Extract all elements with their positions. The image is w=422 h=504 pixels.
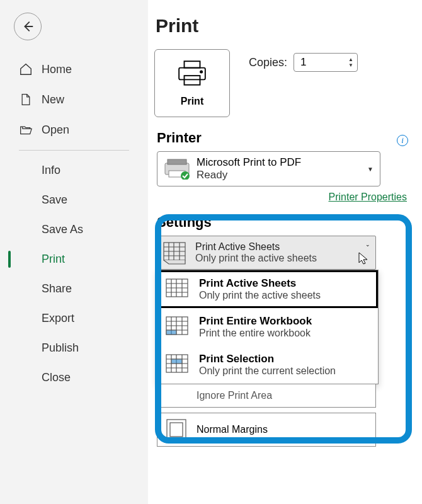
- back-button[interactable]: [14, 13, 42, 40]
- sidebar-label: Export: [42, 312, 74, 325]
- sidebar-label: Close: [42, 371, 71, 384]
- svg-rect-15: [170, 423, 183, 437]
- chevron-down-icon: ▼: [367, 166, 374, 173]
- sidebar-item-home[interactable]: Home: [0, 54, 148, 84]
- dropdown-title: Print Active Sheets: [195, 241, 370, 253]
- sidebar-item-print[interactable]: Print: [0, 244, 148, 274]
- chevron-down-icon: ⌄: [365, 241, 370, 248]
- sidebar-label: Home: [42, 63, 72, 76]
- sidebar-label: Publish: [42, 341, 79, 355]
- option-print-entire-workbook[interactable]: Print Entire WorkbookPrint the entire wo…: [157, 308, 378, 346]
- back-arrow-icon: [21, 20, 35, 33]
- sidebar-item-open[interactable]: Open: [0, 115, 148, 145]
- sidebar-label: Save: [42, 193, 67, 207]
- printer-icon: [176, 59, 208, 88]
- svg-point-3: [200, 71, 202, 72]
- printer-device-icon: [164, 158, 190, 180]
- print-button-label: Print: [181, 96, 203, 107]
- margins-label: Normal Margins: [197, 424, 268, 435]
- sidebar-label: Open: [42, 123, 69, 137]
- settings-section-header: Settings: [157, 214, 416, 231]
- sidebar-item-info[interactable]: Info: [0, 156, 148, 185]
- sheet-grid-icon: [163, 240, 188, 265]
- sidebar-item-save-as[interactable]: Save As: [0, 215, 148, 244]
- copies-input[interactable]: 1 ▲▼: [294, 53, 358, 72]
- print-what-dropdown[interactable]: Print Active Sheets Only print the activ…: [157, 236, 376, 270]
- option-title: Print Active Sheets: [199, 277, 321, 290]
- document-icon: [19, 93, 33, 106]
- printer-status: Ready: [197, 169, 361, 181]
- sidebar-item-export[interactable]: Export: [0, 304, 148, 333]
- main-panel: Print Print Copies: 1 ▲▼ Printer: [148, 0, 422, 504]
- copies-value: 1: [300, 56, 306, 69]
- sidebar-item-publish[interactable]: Publish: [0, 333, 148, 363]
- printer-name: Microsoft Print to PDF: [197, 156, 361, 169]
- workbook-grid-icon: [165, 314, 190, 340]
- cursor-icon: [358, 251, 369, 265]
- printer-selector[interactable]: Microsoft Print to PDF Ready ▼: [157, 151, 380, 186]
- home-icon: [19, 62, 33, 76]
- option-title: Print Entire Workbook: [199, 315, 312, 328]
- margins-selector[interactable]: Normal Margins: [157, 413, 376, 447]
- option-print-selection[interactable]: Print SelectionOnly print the current se…: [157, 346, 378, 384]
- selection-grid-icon: [165, 352, 190, 377]
- sidebar-item-new[interactable]: New: [0, 84, 148, 115]
- option-desc: Only print the active sheets: [199, 290, 321, 301]
- option-desc: Only print the current selection: [199, 365, 336, 377]
- svg-rect-13: [171, 359, 182, 364]
- print-what-options: Print Active SheetsOnly print the active…: [157, 270, 379, 384]
- folder-open-icon: [19, 123, 33, 137]
- option-desc: Print the entire workbook: [199, 328, 312, 339]
- svg-rect-1: [179, 68, 205, 80]
- info-icon[interactable]: i: [397, 135, 408, 146]
- sidebar-label: Print: [42, 253, 65, 266]
- dropdown-subtitle: Only print the active sheets: [195, 253, 370, 264]
- sidebar-label: Save As: [42, 223, 83, 236]
- svg-rect-0: [185, 61, 200, 67]
- page-title: Print: [156, 15, 416, 37]
- option-title: Print Selection: [199, 353, 336, 365]
- sidebar: Home New Open Info Save Save As Print Sh…: [0, 0, 148, 504]
- sheet-grid-icon: [165, 277, 190, 302]
- option-print-active-sheets[interactable]: Print Active SheetsOnly print the active…: [157, 270, 378, 308]
- sidebar-item-save[interactable]: Save: [0, 185, 148, 215]
- sidebar-item-share[interactable]: Share: [0, 274, 148, 304]
- svg-rect-11: [166, 330, 176, 335]
- print-button[interactable]: Print: [154, 49, 230, 117]
- svg-rect-2: [185, 76, 200, 85]
- sidebar-label: Share: [42, 282, 72, 295]
- sidebar-label: New: [42, 93, 64, 106]
- margins-icon: [165, 418, 188, 441]
- sidebar-item-close[interactable]: Close: [0, 363, 148, 392]
- sidebar-label: Info: [42, 164, 60, 177]
- copies-spinner[interactable]: ▲▼: [348, 57, 353, 68]
- svg-rect-5: [168, 159, 186, 164]
- ignore-print-area[interactable]: Ignore Print Area: [157, 384, 376, 408]
- printer-section-header: Printer: [157, 130, 202, 146]
- sidebar-divider: [19, 150, 129, 151]
- copies-label: Copies:: [249, 56, 287, 69]
- printer-properties-link[interactable]: Printer Properties: [154, 192, 407, 203]
